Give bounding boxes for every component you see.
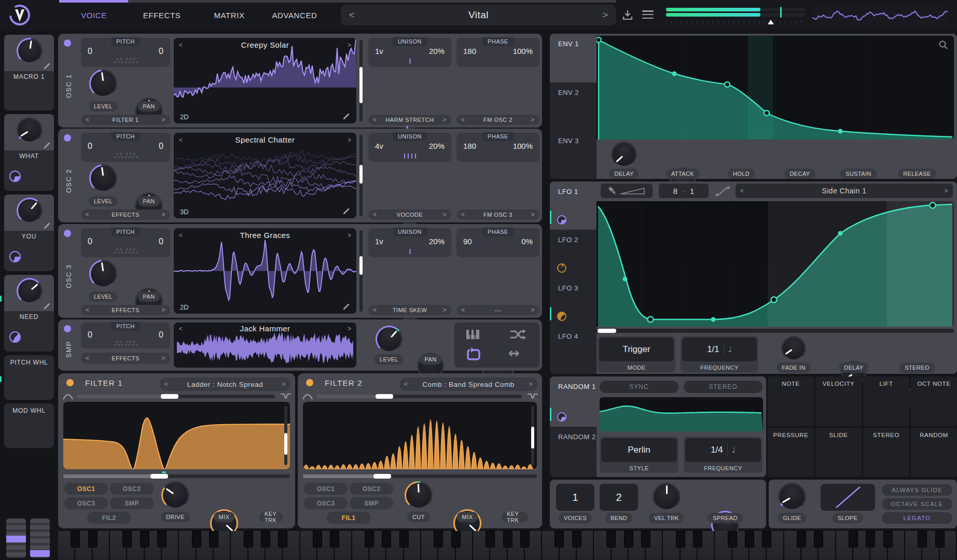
filter2-cutoff-knob[interactable] [405, 481, 433, 509]
macro-need-drop-area[interactable] [4, 322, 54, 347]
oscilloscope-display[interactable] [812, 4, 948, 27]
osc3-wavetable-name[interactable]: Three Graces [240, 231, 290, 240]
piano-key-black[interactable] [71, 531, 80, 548]
edit-pencil-icon[interactable] [44, 63, 50, 69]
piano-key-black[interactable] [261, 531, 270, 548]
smp-sample-display[interactable]: <Jack Hammer> [174, 323, 356, 368]
osc1-phase-box[interactable]: PHASE 180 100% [456, 38, 539, 67]
smp-tune[interactable]: 0 [159, 330, 163, 340]
tab-lfo1[interactable]: LFO 1 [550, 181, 597, 230]
filter2-input-osc3[interactable]: OSC3 [304, 497, 348, 509]
piano-key-black[interactable] [572, 531, 581, 548]
osc3-unison-box[interactable]: UNISON 1v 20% [368, 228, 451, 257]
macro-you-drop-area[interactable] [4, 242, 54, 267]
lfo-frequency-cell[interactable]: 1/1♩ FREQUENCY [681, 336, 758, 372]
piano-key-black[interactable] [745, 531, 754, 548]
osc3-view-mode[interactable]: 2D [180, 303, 189, 311]
bend-value[interactable]: 2 [600, 484, 638, 511]
piano-key-black[interactable] [693, 531, 702, 548]
piano-key-black[interactable] [883, 531, 893, 548]
osc3-transpose[interactable]: 0 [88, 237, 92, 246]
osc1-wavetable-display[interactable]: <Creepy Solar> 2D [174, 38, 356, 123]
smp-level-knob[interactable] [376, 326, 403, 353]
osc1-pitch-box[interactable]: PITCH 0 0 [81, 38, 170, 67]
osc2-level-knob[interactable] [89, 164, 117, 192]
piano-key-black[interactable] [382, 531, 391, 548]
osc3-unison-detune[interactable]: 20% [429, 237, 445, 246]
osc3-morph2-selector[interactable]: <---> [456, 305, 539, 315]
random-style-value[interactable]: Perlin [628, 445, 650, 455]
osc2-view-mode[interactable]: 3D [180, 208, 189, 216]
piano-key-black[interactable] [554, 531, 564, 548]
legato-toggle[interactable]: LEGATO [882, 512, 952, 524]
filter2-input-fil1[interactable]: FIL1 [327, 512, 370, 524]
osc2-morph2-selector[interactable]: <FM OSC 3> [456, 209, 539, 220]
random-stereo-toggle[interactable]: STEREO [684, 381, 762, 393]
filter1-input-osc1[interactable]: OSC1 [64, 483, 108, 495]
piano-key-black[interactable] [849, 531, 858, 548]
filter1-input-osc2[interactable]: OSC2 [110, 483, 154, 495]
filter1-response-display[interactable] [63, 402, 290, 469]
lfo-grid-selector[interactable]: 8 - 1 [659, 184, 709, 198]
pitch-wheel-source[interactable]: PITCH WHL [4, 355, 54, 400]
grid-x-value[interactable]: 8 [673, 187, 677, 195]
edit-pencil-icon[interactable] [44, 142, 50, 149]
envelope-display[interactable] [597, 36, 954, 139]
edit-pencil-icon[interactable] [44, 222, 50, 229]
source-oct-note[interactable]: OCT NOTE [911, 376, 957, 426]
piano-key-black[interactable] [330, 531, 339, 548]
tab-random2[interactable]: RANDOM 2 [550, 427, 597, 477]
preset-name[interactable]: Vital [468, 9, 489, 21]
tab-effects[interactable]: EFFECTS [133, 7, 191, 23]
edit-pencil-icon[interactable] [44, 303, 50, 310]
piano-key-black[interactable] [606, 531, 616, 548]
osc2-morph1-selector[interactable]: <VOCODE> [368, 209, 451, 220]
tab-matrix[interactable]: MATRIX [203, 7, 255, 23]
keyboard-track-icon[interactable] [466, 329, 480, 340]
voices-value[interactable]: 1 [556, 484, 594, 511]
osc1-routing-selector[interactable]: <FILTER 1> [81, 115, 170, 125]
filter1-model-selector[interactable]: <Ladder : Notch Spread> [160, 377, 290, 391]
filter1-power-button[interactable] [66, 379, 74, 386]
mod-wheel[interactable] [30, 519, 50, 558]
osc2-phase-box[interactable]: PHASE 180 100% [456, 133, 539, 162]
lfo-preset-selector[interactable]: <Side Chain 1> [736, 184, 953, 198]
lfo-paint-tool[interactable] [601, 184, 653, 198]
filter1-drive-knob[interactable] [161, 481, 189, 509]
smp-routing-selector[interactable]: <EFFECTS> [81, 353, 170, 364]
tab-lfo4[interactable]: LFO 4 [550, 326, 597, 374]
source-stereo[interactable]: STEREO [863, 428, 909, 478]
osc2-power-button[interactable] [64, 134, 71, 142]
osc1-morph2-selector[interactable]: <FM OSC 2> [456, 115, 539, 125]
osc3-power-button[interactable] [64, 230, 71, 237]
filter1-resonance-slider[interactable] [77, 395, 275, 398]
preset-browser[interactable]: < Vital > [341, 5, 616, 25]
piano-key-black[interactable] [434, 531, 443, 548]
osc1-phase-rand[interactable]: 100% [513, 47, 533, 55]
osc3-phase-box[interactable]: PHASE 90 0% [456, 228, 539, 257]
osc1-morph1-selector[interactable]: <HARM STRETCH> [368, 115, 451, 125]
tab-lfo2[interactable]: LFO 2 [550, 230, 597, 278]
filter2-resonance-slider[interactable] [316, 395, 522, 398]
osc3-routing-selector[interactable]: <EFFECTS> [81, 305, 170, 315]
vel-track-knob[interactable] [653, 483, 681, 511]
piano-key-black[interactable] [520, 531, 530, 548]
osc3-morph1-selector[interactable]: <TIME SKEW> [368, 305, 451, 315]
piano-key-black[interactable] [122, 531, 132, 548]
osc2-frame-slider[interactable] [359, 135, 363, 216]
osc1-view-mode[interactable]: 2D [180, 113, 189, 121]
osc2-wavetable-display[interactable]: <Spectral Chatter> 3D [174, 133, 356, 218]
random-phase-icon[interactable] [509, 328, 526, 341]
osc2-routing-selector[interactable]: <EFFECTS> [81, 209, 170, 220]
osc2-unison-detune[interactable]: 20% [429, 142, 445, 150]
filter2-response-display[interactable] [303, 402, 537, 469]
piano-key-black[interactable] [278, 531, 287, 548]
lfo-mode-cell[interactable]: Trigger MODE [598, 336, 675, 372]
menu-icon[interactable] [642, 10, 654, 19]
filter1-input-fil2[interactable]: FIL2 [87, 512, 131, 524]
osc1-phase[interactable]: 180 [463, 47, 476, 55]
osc2-unison-voices[interactable]: 4v [375, 142, 383, 150]
lfo-display[interactable] [597, 201, 954, 327]
piano-key-black[interactable] [140, 531, 149, 548]
piano-key-black[interactable] [399, 531, 409, 548]
